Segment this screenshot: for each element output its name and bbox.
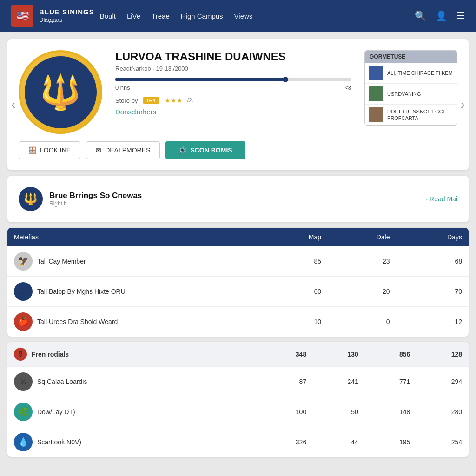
table-row-1: 🦅 Tal' Cay Member 85 23 68 — [7, 246, 469, 277]
stars: ★★★ — [165, 97, 183, 104]
header-left: 🇺🇸 BLUE SININGS Dlisдаas BoultLiVeTreaeH… — [11, 5, 252, 27]
summary-dale: 130 — [313, 342, 365, 367]
main-table-card: Metefias Map Dale Days 🦅 Tal' Cay Member… — [7, 228, 469, 337]
table-body: 🦅 Tal' Cay Member 85 23 68 🛡 Tall Balop … — [7, 246, 469, 337]
nav-item-live[interactable]: LiVe — [127, 12, 140, 20]
row-days-1: 68 — [396, 246, 469, 277]
row-map-1: 85 — [261, 246, 328, 277]
progress-left: 0 hns — [115, 84, 130, 91]
look-in-icon: 🪟 — [28, 146, 36, 154]
read-more-link[interactable]: · Read Mai — [426, 195, 457, 203]
nav-item-treae[interactable]: Treae — [152, 12, 170, 20]
side-panel-header: GORMETUSE — [365, 51, 457, 63]
row-days-3: 12 — [396, 307, 469, 337]
user-icon[interactable]: 👤 — [436, 10, 447, 21]
main-nav: BoultLiVeTreaeHigh CampusViews — [100, 12, 253, 20]
progress-bar — [115, 78, 351, 81]
summary-row: 🎖 Fren rodials 348 130 856 128 — [7, 342, 469, 367]
row-dale-3: 0 — [328, 307, 396, 337]
sub-c1-1: 87 — [261, 367, 313, 397]
table-row-3: 🍎 Tall Urees Dra Shold Weard 10 0 12 — [7, 307, 469, 337]
sub-c4-1: 294 — [416, 367, 469, 397]
summary-table-card: 🎖 Fren rodials 348 130 856 128 ⚔ Sq Cala… — [7, 342, 469, 457]
sub-logo-1: ⚔ — [14, 372, 33, 391]
summary-body: 🎖 Fren rodials 348 130 856 128 ⚔ Sq Cala… — [7, 342, 469, 457]
sub-c2-1: 241 — [313, 367, 365, 397]
club-card: 🔱 Brue Brrings So Cnewas Right h · Read … — [7, 176, 469, 222]
rating-count: /2. — [187, 97, 193, 104]
sub-c1-2: 100 — [261, 397, 313, 427]
club-name: Brue Brrings So Cnewas — [49, 191, 419, 200]
summary-logo: 🎖 — [14, 348, 27, 361]
table-row-2: 🛡 Tall Balop By Mghs Hixte ORU 60 20 70 — [7, 277, 469, 307]
scan-button[interactable]: 🔊 SCON ROMIS — [165, 141, 245, 159]
summary-col4: 128 — [416, 342, 469, 367]
col-days: Days — [396, 228, 469, 246]
prev-arrow[interactable]: ‹ — [11, 97, 15, 112]
sub-name-1: Sq Calaa Loardis — [37, 378, 87, 385]
summary-table: 🎖 Fren rodials 348 130 856 128 ⚔ Sq Cala… — [7, 342, 469, 457]
main-content: ‹ › 🔱 LURVOA TRASHINE DUAIWNES ReadtNark… — [0, 32, 476, 470]
side-panel-item-2: USRDVANING — [365, 84, 457, 105]
club-info: Brue Brrings So Cnewas Right h — [49, 191, 419, 207]
brand-logo: 🇺🇸 — [11, 5, 33, 27]
rating-badge: TRY — [143, 97, 159, 104]
sub-c3-3: 195 — [365, 427, 417, 457]
sub-c2-2: 50 — [313, 397, 365, 427]
side-thumb-3 — [369, 107, 383, 122]
progress-fill — [115, 78, 285, 81]
nav-item-views[interactable]: Views — [234, 12, 253, 20]
side-panel-text-2: USRDVANING — [387, 91, 421, 97]
row-logo-2: 🛡 — [14, 282, 33, 301]
club-sub: Right h — [49, 200, 419, 207]
main-table: Metefias Map Dale Days 🦅 Tal' Cay Member… — [7, 228, 469, 337]
side-panel: GORMETUSE ALI, TIME CHIRACE TIIKEM USRDV… — [364, 50, 457, 126]
profile-section: 🔱 LURVOA TRASHINE DUAIWNES ReadtNarkob ·… — [19, 50, 457, 134]
side-thumb-1 — [369, 66, 383, 80]
sub-c1-3: 326 — [261, 427, 313, 457]
deal-more-button[interactable]: ✉ DEALPMORES — [86, 141, 160, 159]
profile-name: LURVOA TRASHINE DUAIWNES — [115, 50, 351, 63]
brand-line2: Dlisдаas — [39, 16, 94, 24]
row-dale-2: 20 — [328, 277, 396, 307]
sub-row-1: ⚔ Sq Calaa Loardis 87 241 771 294 — [7, 367, 469, 397]
row-logo-3: 🍎 — [14, 312, 33, 331]
action-buttons: 🪟 LOOK INE ✉ DEALPMORES 🔊 SCON ROMIS — [19, 141, 457, 159]
col-name: Metefias — [7, 228, 261, 246]
store-link[interactable]: Donsclarhers — [115, 108, 156, 116]
brand-text: BLUE SININGS Dlisдаas — [39, 8, 94, 24]
sub-c2-3: 44 — [313, 427, 365, 457]
col-map: Map — [261, 228, 328, 246]
summary-label: Fren rodials — [32, 350, 69, 358]
sub-c4-2: 280 — [416, 397, 469, 427]
brand-line1: BLUE SININGS — [39, 8, 94, 16]
next-arrow[interactable]: › — [461, 97, 465, 112]
nav-item-high-campus[interactable]: High Campus — [181, 12, 223, 20]
look-in-button[interactable]: 🪟 LOOK INE — [19, 141, 80, 159]
deal-more-icon: ✉ — [96, 146, 101, 154]
profile-logo: 🔱 — [19, 50, 102, 134]
row-name-3: Tall Urees Dra Shold Weard — [37, 318, 118, 325]
progress-labels: 0 hns <8 — [115, 84, 351, 91]
row-days-2: 70 — [396, 277, 469, 307]
sub-logo-2: 🌿 — [14, 403, 33, 421]
search-icon[interactable]: 🔍 — [415, 10, 426, 21]
row-map-2: 60 — [261, 277, 328, 307]
side-panel-item-3: DOFT TRENSNGE LGCE PROFCARTA — [365, 105, 457, 125]
row-name-1: Tal' Cay Member — [37, 258, 86, 265]
col-dale: Dale — [328, 228, 396, 246]
side-panel-text-3: DOFT TRENSNGE LGCE PROFCARTA — [387, 108, 453, 122]
summary-col3: 856 — [365, 342, 417, 367]
profile-card: ‹ › 🔱 LURVOA TRASHINE DUAIWNES ReadtNark… — [7, 39, 469, 170]
profile-sub: ReadtNarkob · 19-13,/2000 — [115, 65, 351, 72]
side-thumb-2 — [369, 86, 383, 101]
nav-item-boult[interactable]: Boult — [100, 12, 116, 20]
sub-name-3: Scarttook N0V) — [37, 438, 81, 446]
header: 🇺🇸 BLUE SININGS Dlisдаas BoultLiVeTreaeH… — [0, 0, 476, 32]
row-name-2: Tall Balop By Mghs Hixte ORU — [37, 288, 126, 295]
row-dale-1: 23 — [328, 246, 396, 277]
sub-c3-2: 148 — [365, 397, 417, 427]
row-map-3: 10 — [261, 307, 328, 337]
menu-icon[interactable]: ☰ — [456, 10, 465, 21]
sub-c4-3: 254 — [416, 427, 469, 457]
